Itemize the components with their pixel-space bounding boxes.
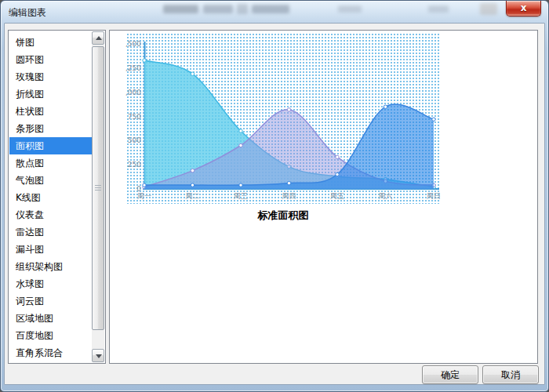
chart-caption: 标准面积图: [125, 209, 441, 223]
list-item[interactable]: 雷达图: [9, 223, 92, 241]
list-item[interactable]: 玫瑰图: [9, 68, 92, 85]
title-bar[interactable]: 编辑图表 x: [1, 1, 548, 23]
list-item[interactable]: 词云图: [9, 292, 92, 310]
arrow-up-icon: [96, 36, 102, 40]
list-item[interactable]: 散点图: [9, 154, 92, 172]
scroll-down-button[interactable]: [92, 349, 104, 362]
chart-type-listbox: 饼图圆环图玫瑰图折线图柱状图条形图面积图散点图气泡图K线图仪表盘雷达图漏斗图组织…: [8, 30, 106, 364]
list-item[interactable]: 饼图: [9, 34, 92, 51]
glass-reflection: [338, 5, 362, 13]
list-item[interactable]: 仪表盘: [9, 206, 92, 223]
list-item[interactable]: 圆环图: [9, 51, 92, 68]
list-item[interactable]: 百度地图: [9, 327, 92, 344]
chart-canvas: 1,5001,2501,0007505002500周一周二周三周四周五周六周日: [125, 32, 441, 204]
list-item[interactable]: K线图: [9, 189, 92, 206]
cancel-button[interactable]: 取消: [482, 365, 539, 384]
scrollbar-thumb[interactable]: [92, 46, 104, 330]
svg-text:周四: 周四: [282, 192, 296, 200]
thumb-grip-icon: [95, 185, 101, 191]
chart-preview-panel: 1,5001,2501,0007505002500周一周二周三周四周五周六周日 …: [109, 30, 538, 364]
chart-type-list: 饼图圆环图玫瑰图折线图柱状图条形图面积图散点图气泡图K线图仪表盘雷达图漏斗图组织…: [9, 31, 92, 362]
list-item[interactable]: 面积图: [9, 137, 92, 154]
svg-text:1,500: 1,500: [125, 40, 141, 48]
svg-text:250: 250: [128, 161, 141, 169]
glass-reflection: [163, 5, 198, 13]
area-chart-svg: 1,5001,2501,0007505002500周一周二周三周四周五周六周日: [125, 32, 441, 204]
svg-text:周二: 周二: [186, 192, 200, 200]
list-item[interactable]: 柱状图: [9, 103, 92, 120]
svg-text:周日: 周日: [427, 192, 441, 200]
list-item[interactable]: 条形图: [9, 120, 92, 137]
svg-text:周五: 周五: [330, 192, 344, 200]
svg-text:周三: 周三: [234, 192, 248, 200]
area-chart-preview-tile[interactable]: 1,5001,2501,0007505002500周一周二周三周四周五周六周日 …: [125, 32, 441, 225]
scroll-up-button[interactable]: [92, 31, 104, 45]
glass-reflection: [480, 3, 497, 15]
glass-reflection: [203, 5, 233, 13]
dialog-title: 编辑图表: [9, 6, 46, 20]
list-item[interactable]: 区域地图: [9, 310, 92, 327]
arrow-down-icon: [96, 354, 102, 358]
svg-text:周一: 周一: [137, 192, 151, 200]
svg-text:1,000: 1,000: [125, 89, 141, 96]
list-item[interactable]: 组织架构图: [9, 258, 92, 275]
close-button[interactable]: x: [506, 1, 541, 16]
list-scrollbar[interactable]: [92, 31, 104, 362]
glass-reflection: [252, 5, 289, 13]
dialog-body: 饼图圆环图玫瑰图折线图柱状图条形图面积图散点图气泡图K线图仪表盘雷达图漏斗图组织…: [4, 23, 545, 385]
list-item[interactable]: 漏斗图: [9, 241, 92, 258]
glass-reflection: [428, 5, 449, 13]
svg-text:750: 750: [128, 113, 141, 121]
list-item[interactable]: 气泡图: [9, 172, 92, 189]
svg-text:1,250: 1,250: [125, 64, 141, 72]
close-icon: x: [521, 2, 527, 13]
edit-chart-dialog: 编辑图表 x 饼图圆环图玫瑰图折线图柱状图条形图面积图散点图气泡图K线图仪表盘雷…: [0, 0, 549, 392]
svg-text:周六: 周六: [379, 192, 393, 200]
list-item[interactable]: 水球图: [9, 275, 92, 292]
glass-reflection: [237, 4, 248, 14]
svg-text:500: 500: [128, 136, 141, 144]
list-item[interactable]: 折线图: [9, 85, 92, 103]
ok-button[interactable]: 确定: [422, 365, 478, 384]
list-item[interactable]: 直角系混合: [9, 344, 92, 361]
